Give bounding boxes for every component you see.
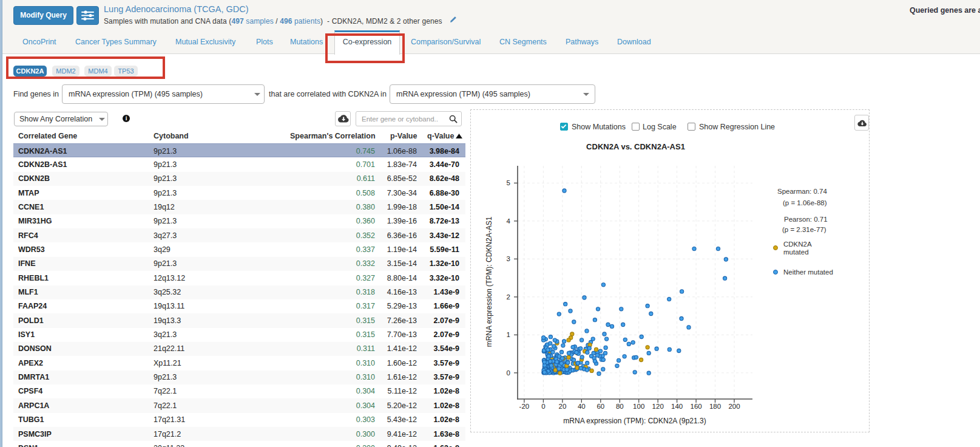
svg-text:mRNA expression (TPM): CDKN2A: mRNA expression (TPM): CDKN2A-AS1: [485, 216, 493, 347]
svg-text:-20: -20: [519, 403, 530, 410]
svg-text:160: 160: [691, 403, 702, 410]
svg-text:140: 140: [671, 403, 683, 410]
svg-text:1: 1: [507, 331, 510, 338]
svg-text:mRNA expression (TPM): CDKN2A: mRNA expression (TPM): CDKN2A (9p21.3): [563, 417, 706, 425]
svg-text:80: 80: [616, 403, 624, 410]
svg-text:200: 200: [728, 403, 740, 410]
svg-text:20: 20: [559, 403, 567, 410]
svg-text:60: 60: [596, 403, 604, 410]
svg-text:5: 5: [507, 179, 510, 186]
svg-text:100: 100: [633, 403, 644, 410]
svg-text:0: 0: [541, 403, 545, 410]
svg-text:120: 120: [652, 403, 664, 410]
svg-text:40: 40: [578, 403, 586, 410]
svg-text:4: 4: [507, 217, 511, 225]
svg-text:180: 180: [709, 403, 721, 410]
svg-text:0: 0: [507, 369, 510, 377]
svg-text:3: 3: [507, 255, 510, 262]
svg-text:2: 2: [507, 293, 510, 301]
